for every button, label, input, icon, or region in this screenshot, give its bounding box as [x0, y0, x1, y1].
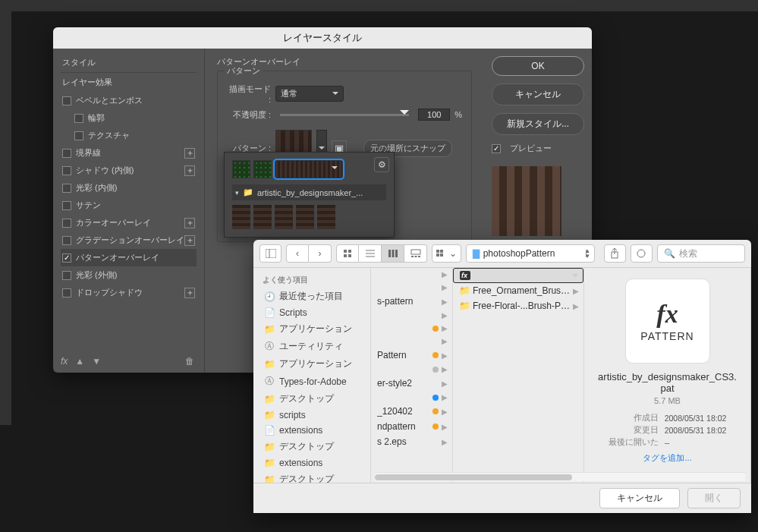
tags-button[interactable] — [631, 244, 653, 263]
add-icon[interactable]: ＋ — [184, 165, 195, 176]
arrow-down-icon[interactable]: ▼ — [92, 356, 101, 367]
arrow-up-icon[interactable]: ▲ — [75, 356, 84, 367]
sidebar-recents[interactable]: 🕘最近使った項目 — [253, 288, 370, 305]
view-columns-button[interactable] — [382, 244, 404, 263]
checkbox[interactable] — [62, 149, 71, 158]
style-inner-glow[interactable]: 光彩 (内側) — [61, 179, 197, 197]
trash-icon[interactable]: 🗑 — [185, 356, 194, 367]
checkbox[interactable] — [74, 131, 83, 140]
view-list-button[interactable] — [359, 244, 382, 263]
list-item[interactable]: Pattern▶ — [371, 348, 452, 363]
cancel-button[interactable]: キャンセル — [492, 83, 584, 105]
list-item[interactable]: ndpattern▶ — [371, 419, 452, 434]
style-pattern-overlay[interactable]: パターンオーバーレイ — [61, 249, 197, 266]
group-by-button[interactable]: ⌄ — [432, 244, 461, 263]
list-item[interactable]: ▶ — [371, 363, 452, 376]
style-color-overlay[interactable]: カラーオーバーレイ＋ — [61, 214, 197, 231]
group-label: パターン — [224, 65, 263, 77]
style-stroke[interactable]: 境界線＋ — [61, 144, 197, 162]
style-satin[interactable]: サテン — [61, 197, 197, 214]
list-item[interactable]: s 2.eps▶ — [371, 434, 452, 449]
checkbox[interactable] — [62, 166, 71, 175]
style-inner-shadow[interactable]: シャドウ (内側)＋ — [61, 162, 197, 179]
pattern-thumb[interactable] — [232, 205, 250, 229]
back-button[interactable]: ‹ — [286, 244, 309, 263]
list-item[interactable]: s-pattern▶ — [371, 294, 452, 309]
add-tag-link[interactable]: タグを追加... — [592, 452, 743, 464]
preview-checkbox[interactable] — [492, 144, 501, 153]
add-icon[interactable]: ＋ — [184, 235, 195, 246]
list-item[interactable]: er-style2▶ — [371, 376, 452, 391]
pattern-thumb-selected[interactable] — [275, 160, 343, 178]
pattern-thumb[interactable] — [317, 205, 335, 229]
forward-button[interactable]: › — [309, 244, 332, 263]
list-item[interactable]: _120402▶ — [371, 404, 452, 419]
sidebar-item[interactable]: 📄Scripts — [253, 305, 370, 320]
pattern-thumb[interactable] — [232, 160, 250, 178]
dialog-title[interactable]: レイヤースタイル — [53, 27, 592, 49]
checkbox[interactable] — [62, 96, 71, 105]
sidebar-toggle-button[interactable] — [259, 244, 281, 263]
chevron-down-icon[interactable]: ▾ — [235, 189, 239, 197]
list-item[interactable]: ▶ — [371, 322, 452, 335]
pattern-thumb[interactable] — [253, 205, 272, 229]
pattern-thumb[interactable] — [253, 160, 272, 178]
checkbox[interactable] — [62, 219, 71, 228]
new-style-button[interactable]: 新規スタイル... — [492, 113, 584, 135]
style-bevel[interactable]: ベベルとエンボス — [61, 92, 197, 109]
fx-label[interactable]: fx — [61, 356, 68, 367]
sidebar-item[interactable]: 📁デスクトップ — [253, 438, 370, 455]
checkbox[interactable] — [62, 288, 71, 297]
cancel-button[interactable]: キャンセル — [599, 488, 680, 508]
search-input[interactable]: 🔍 検索 — [657, 244, 745, 263]
effects-header[interactable]: レイヤー効果 — [61, 72, 197, 92]
opacity-input[interactable]: 100 — [418, 109, 450, 121]
view-icons-button[interactable] — [336, 244, 359, 263]
list-item[interactable]: ▶ — [371, 391, 452, 404]
sidebar-item[interactable]: ⒶTypes-for-Adobe — [253, 373, 370, 390]
sidebar-item[interactable]: Ⓐユーティリティ — [253, 338, 370, 355]
list-item[interactable]: ▶ — [371, 309, 452, 322]
style-outer-glow[interactable]: 光彩 (外側) — [61, 266, 197, 284]
sidebar-item[interactable]: 📁デスクトップ — [253, 390, 370, 408]
opacity-slider[interactable] — [280, 114, 409, 116]
sidebar-item[interactable]: 📁アプリケーション — [253, 355, 370, 373]
add-icon[interactable]: ＋ — [184, 288, 195, 298]
style-gradient-overlay[interactable]: グラデーションオーバーレイ＋ — [61, 231, 197, 249]
gear-icon[interactable]: ⚙ — [374, 157, 389, 172]
checkbox-checked[interactable] — [62, 253, 71, 263]
list-item[interactable]: ▶ — [371, 335, 452, 348]
open-button[interactable]: 開く — [687, 488, 741, 508]
checkbox[interactable] — [62, 201, 71, 210]
svg-rect-12 — [411, 250, 420, 254]
checkbox[interactable] — [62, 184, 71, 193]
list-item[interactable]: ▶ — [371, 281, 452, 294]
ok-button[interactable]: OK — [492, 56, 584, 76]
list-item[interactable]: ▶ — [371, 268, 452, 281]
list-item[interactable]: 📁Free-Floral-...Brush-Pack▶ — [453, 298, 583, 313]
list-item[interactable]: 📁Free_Ornament_Brushes▶ — [453, 283, 583, 298]
scrollbar-thumb[interactable] — [375, 474, 572, 480]
location-dropdown[interactable]: ▇ photoshopPattern ▴▾ — [466, 244, 595, 263]
view-gallery-button[interactable] — [404, 244, 427, 263]
pattern-folder-row[interactable]: ▾ 📁 artistic_by_designsmaker_... — [232, 184, 386, 200]
blend-mode-select[interactable]: 通常 — [275, 86, 344, 102]
share-button[interactable] — [604, 244, 626, 263]
sidebar-item[interactable]: 📁アプリケーション — [253, 320, 370, 338]
checkbox[interactable] — [62, 236, 71, 245]
checkbox[interactable] — [62, 271, 71, 280]
list-item[interactable]: fxartistic_by_...ker_CS3.pat — [453, 268, 583, 283]
sidebar-item[interactable]: 📁scripts — [253, 408, 370, 423]
styles-header[interactable]: スタイル — [61, 53, 197, 72]
style-contour[interactable]: 輪郭 — [61, 109, 197, 127]
style-texture[interactable]: テクスチャ — [61, 127, 197, 144]
style-drop-shadow[interactable]: ドロップシャドウ＋ — [61, 284, 197, 301]
add-icon[interactable]: ＋ — [184, 148, 195, 159]
add-icon[interactable]: ＋ — [184, 218, 195, 228]
pattern-thumb[interactable] — [296, 205, 314, 229]
checkbox[interactable] — [74, 114, 83, 123]
horizontal-scrollbar[interactable] — [375, 472, 745, 481]
sidebar-item[interactable]: 📄extensions — [253, 423, 370, 438]
pattern-thumb[interactable] — [275, 205, 293, 229]
sidebar-item[interactable]: 📁extensions — [253, 455, 370, 471]
